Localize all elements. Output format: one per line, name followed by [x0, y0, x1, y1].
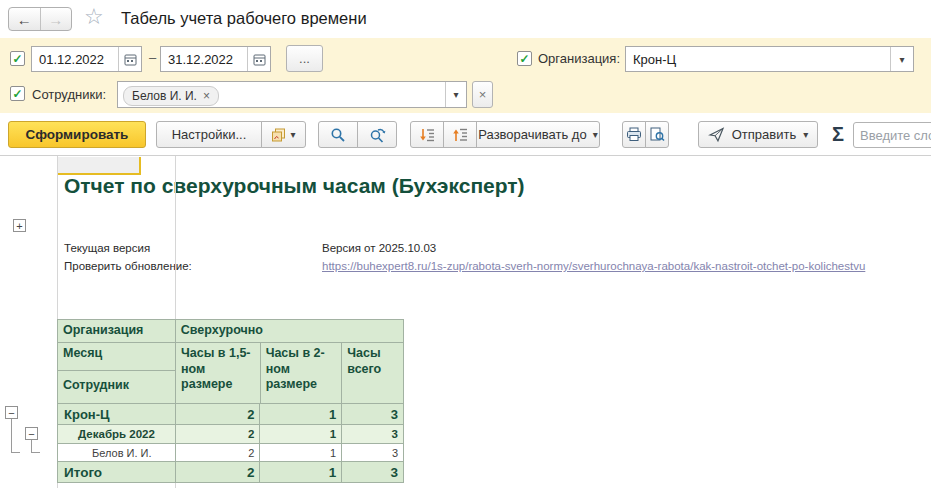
expand-to-button[interactable]: Разворачивать до ▾: [476, 121, 600, 148]
employee-tag-remove-icon[interactable]: ×: [203, 89, 210, 103]
row-value-cell[interactable]: 3: [342, 462, 404, 483]
employees-label: Сотрудники:: [32, 87, 106, 102]
group-tree-line: [31, 440, 32, 452]
group-collapse-minus-box-month[interactable]: −: [25, 427, 38, 440]
row-value-cell[interactable]: 3: [342, 444, 404, 462]
report-variants-button[interactable]: ▾: [261, 121, 306, 148]
row-value-cell[interactable]: 3: [342, 404, 404, 425]
employees-checkbox[interactable]: ✓: [10, 86, 25, 101]
header-hours-total-cell[interactable]: Часы всего: [342, 343, 404, 404]
send-label: Отправить: [732, 127, 796, 142]
expand-groups-icon: [419, 127, 435, 143]
chevron-down-icon: ▾: [899, 54, 904, 65]
report-title: Отчет по сверхурочным часам (Бухэксперт): [64, 174, 525, 198]
report-sheet: Отчет по сверхурочным часам (Бухэксперт)…: [0, 155, 931, 488]
current-version-label: Текущая версия: [64, 242, 150, 254]
employees-field[interactable]: Белов И. И. × ▾: [117, 81, 467, 108]
group-tree-line: [11, 419, 12, 452]
chevron-down-icon: ▾: [593, 129, 598, 140]
quick-search-input[interactable]: [853, 122, 931, 148]
header-employee-cell[interactable]: Сотрудник: [58, 371, 176, 404]
header-organization-cell[interactable]: Организация: [58, 320, 176, 343]
row-value-cell[interactable]: 3: [342, 425, 404, 444]
header-overtime-group-cell[interactable]: Сверхурочно: [176, 320, 404, 343]
send-button[interactable]: Отправить ▾: [698, 121, 818, 148]
organization-dropdown-button[interactable]: ▾: [890, 47, 913, 71]
group-tree-tick: [11, 452, 20, 453]
table-row-employee[interactable]: Белов И. И. 2 1 3: [58, 444, 404, 462]
date-from-field[interactable]: 01.12.2022: [31, 46, 142, 72]
organization-checkbox[interactable]: ✓: [517, 51, 532, 66]
date-from-value[interactable]: 01.12.2022: [32, 47, 118, 71]
expand-groups-button[interactable]: [410, 121, 444, 148]
date-from-calendar-button[interactable]: [118, 47, 141, 71]
organization-label: Организация:: [538, 51, 620, 66]
search-icon: [330, 127, 346, 143]
page-title: Табель учета рабочего времени: [121, 9, 367, 28]
group-expand-plus-box[interactable]: +: [13, 219, 26, 232]
history-nav: ← →: [8, 7, 72, 31]
back-button[interactable]: ←: [9, 8, 41, 30]
table-row-organization[interactable]: Крон-Ц 2 1 3: [58, 404, 404, 425]
find-button[interactable]: [318, 121, 358, 148]
header-hours-1-5-cell[interactable]: Часы в 1,5-ном размере: [176, 343, 261, 404]
print-preview-button[interactable]: [645, 121, 669, 148]
favorite-star-icon[interactable]: ☆: [84, 4, 104, 30]
report-toolbar: Сформировать Настройки... ▾: [0, 113, 931, 155]
table-row-month[interactable]: Декабрь 2022 2 1 3: [58, 425, 404, 444]
row-value-cell[interactable]: 2: [176, 462, 261, 483]
forward-button[interactable]: →: [41, 8, 72, 30]
date-to-field[interactable]: 31.12.2022: [160, 46, 271, 72]
chevron-down-icon: ▾: [453, 89, 458, 100]
update-link[interactable]: https://buhexpert8.ru/1s-zup/rabota-sver…: [322, 260, 865, 272]
row-label-cell[interactable]: Крон-Ц: [58, 404, 176, 425]
send-plane-icon: [708, 127, 725, 143]
organization-field[interactable]: Крон-Ц ▾: [625, 46, 914, 72]
generate-button[interactable]: Сформировать: [8, 121, 146, 148]
selected-cell[interactable]: [58, 157, 141, 175]
collapse-groups-icon: [452, 127, 468, 143]
chevron-down-icon: ▾: [803, 129, 808, 140]
employee-tag-label: Белов И. И.: [132, 89, 197, 103]
print-preview-icon: [649, 127, 665, 142]
row-label-cell[interactable]: Итого: [58, 462, 176, 483]
calendar-icon: [124, 53, 137, 66]
app-window: ← → ☆ Табель учета рабочего времени ✓ 01…: [0, 0, 931, 488]
collapse-groups-button[interactable]: [443, 121, 477, 148]
group-collapse-minus-box-org[interactable]: −: [5, 406, 18, 419]
table-row-total[interactable]: Итого 2 1 3: [58, 462, 404, 483]
header-month-cell[interactable]: Месяц: [58, 343, 176, 371]
date-to-calendar-button[interactable]: [247, 47, 270, 71]
row-value-cell[interactable]: 2: [176, 404, 261, 425]
filter-panel: ✓ 01.12.2022 – 31.12.2022 ...: [0, 38, 931, 113]
employees-clear-button[interactable]: ×: [472, 81, 493, 108]
row-label-cell[interactable]: Декабрь 2022: [58, 425, 176, 444]
employees-dropdown-button[interactable]: ▾: [445, 82, 466, 107]
row-label-cell[interactable]: Белов И. И.: [58, 444, 176, 462]
row-value-cell[interactable]: 1: [260, 404, 342, 425]
row-value-cell[interactable]: 1: [260, 462, 342, 483]
row-value-cell[interactable]: 1: [260, 444, 342, 462]
chevron-down-icon: ▾: [290, 129, 295, 140]
report-variant-icon: [271, 128, 286, 142]
period-more-button[interactable]: ...: [286, 45, 323, 72]
check-update-label: Проверить обновление:: [64, 260, 192, 272]
sum-sigma-button[interactable]: Σ: [832, 123, 844, 146]
organization-value[interactable]: Крон-Ц: [626, 47, 890, 71]
period-checkbox[interactable]: ✓: [10, 51, 25, 66]
find-next-button[interactable]: [357, 121, 397, 148]
header-hours-2-cell[interactable]: Часы в 2-ном размере: [261, 343, 343, 404]
print-button[interactable]: [622, 121, 646, 148]
row-value-cell[interactable]: 2: [176, 425, 261, 444]
settings-button[interactable]: Настройки...: [156, 121, 262, 148]
row-value-cell[interactable]: 2: [176, 444, 261, 462]
date-to-value[interactable]: 31.12.2022: [161, 47, 247, 71]
calendar-icon: [253, 53, 266, 66]
period-dash: –: [149, 50, 156, 65]
group-tree-tick: [31, 452, 40, 453]
search-refresh-icon: [369, 127, 386, 143]
printer-icon: [626, 127, 642, 142]
expand-to-label: Разворачивать до: [478, 127, 586, 142]
row-value-cell[interactable]: 1: [260, 425, 342, 444]
employee-tag[interactable]: Белов И. И. ×: [123, 86, 219, 106]
